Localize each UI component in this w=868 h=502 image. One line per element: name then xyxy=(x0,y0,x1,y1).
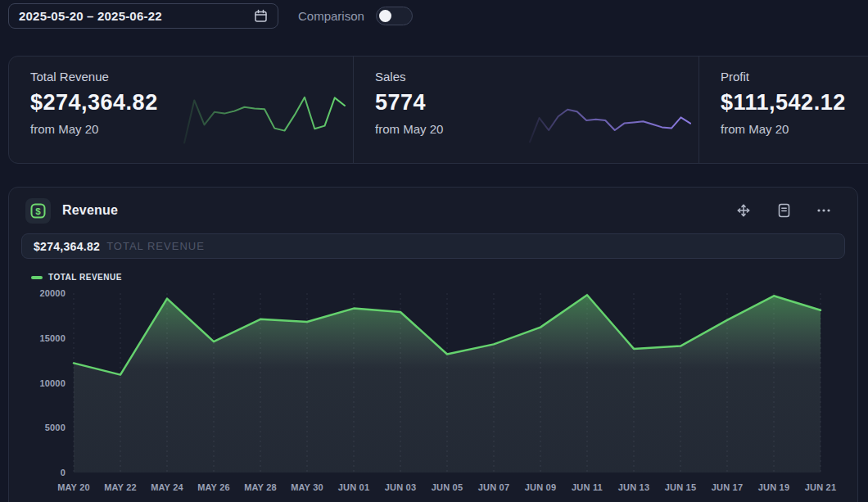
revenue-panel: $ Revenue xyxy=(8,187,858,502)
svg-text:JUN 13: JUN 13 xyxy=(618,482,650,492)
legend-label: TOTAL REVENUE xyxy=(48,273,122,282)
comparison-toggle[interactable] xyxy=(376,7,413,25)
revenue-panel-header: $ Revenue xyxy=(9,188,857,233)
svg-text:JUN 15: JUN 15 xyxy=(665,482,697,492)
chart-legend-total-revenue[interactable]: TOTAL REVENUE xyxy=(31,273,857,282)
document-icon[interactable] xyxy=(776,203,791,218)
svg-text:MAY 20: MAY 20 xyxy=(57,482,90,492)
svg-text:MAY 26: MAY 26 xyxy=(197,482,230,492)
stat-title: Profit xyxy=(721,70,868,84)
svg-text:JUN 05: JUN 05 xyxy=(432,482,463,492)
svg-text:5000: 5000 xyxy=(45,423,66,432)
summary-label: TOTAL REVENUE xyxy=(106,240,205,252)
date-range-value: 2025-05-20 – 2025-06-22 xyxy=(19,9,254,23)
svg-text:JUN 01: JUN 01 xyxy=(338,482,370,492)
revenue-chart-svg[interactable]: MAY 20MAY 22MAY 24MAY 26MAY 28MAY 30JUN … xyxy=(25,285,852,502)
svg-text:10000: 10000 xyxy=(39,378,66,388)
stat-title: Total Revenue xyxy=(30,70,353,84)
x-axis-labels: MAY 20MAY 22MAY 24MAY 26MAY 28MAY 30JUN … xyxy=(57,482,836,492)
total-revenue-summary[interactable]: $274,364.82 TOTAL REVENUE xyxy=(21,233,845,259)
stat-title: Sales xyxy=(375,70,698,84)
y-axis-labels: 05000100001500020000 xyxy=(39,288,66,477)
revenue-area-fill xyxy=(74,295,821,473)
chart-area: MAY 20MAY 22MAY 24MAY 26MAY 28MAY 30JUN … xyxy=(25,285,857,502)
date-range-picker[interactable]: 2025-05-20 – 2025-06-22 xyxy=(8,3,278,29)
move-icon[interactable] xyxy=(736,203,751,218)
panel-title: Revenue xyxy=(62,203,118,218)
svg-text:JUN 17: JUN 17 xyxy=(712,482,744,492)
stats-panel: Total Revenue $274,364.82 from May 20 Sa… xyxy=(8,56,868,164)
ellipsis-icon[interactable] xyxy=(816,203,831,218)
stat-subtitle: from May 20 xyxy=(721,122,868,136)
svg-text:JUN 11: JUN 11 xyxy=(572,482,603,492)
panel-toolbar xyxy=(736,203,841,218)
stat-card-total-revenue: Total Revenue $274,364.82 from May 20 xyxy=(9,57,353,163)
stat-card-sales: Sales 5774 from May 20 xyxy=(353,57,698,163)
svg-text:MAY 28: MAY 28 xyxy=(244,482,277,492)
summary-value: $274,364.82 xyxy=(34,240,100,253)
svg-text:MAY 22: MAY 22 xyxy=(104,482,137,492)
stat-card-profit: Profit $111,542.12 from May 20 xyxy=(698,57,868,163)
svg-text:JUN 03: JUN 03 xyxy=(385,482,417,492)
calendar-icon xyxy=(254,9,268,23)
comparison-label: Comparison xyxy=(298,9,364,23)
svg-text:15000: 15000 xyxy=(39,333,66,343)
svg-text:20000: 20000 xyxy=(39,288,66,298)
svg-text:JUN 21: JUN 21 xyxy=(805,482,837,492)
stat-value: $111,542.12 xyxy=(721,90,868,115)
revenue-sparkline xyxy=(183,88,346,149)
svg-text:0: 0 xyxy=(61,468,66,477)
toggle-knob xyxy=(379,10,391,22)
legend-swatch xyxy=(31,276,43,279)
top-bar: 2025-05-20 – 2025-06-22 Comparison xyxy=(8,3,413,29)
svg-text:MAY 30: MAY 30 xyxy=(291,482,323,492)
svg-text:MAY 24: MAY 24 xyxy=(151,482,183,492)
svg-text:JUN 19: JUN 19 xyxy=(758,482,790,492)
dollar-icon: $ xyxy=(25,198,51,224)
svg-text:$: $ xyxy=(35,206,41,215)
sales-sparkline xyxy=(528,88,692,149)
svg-text:JUN 09: JUN 09 xyxy=(525,482,557,492)
svg-text:JUN 07: JUN 07 xyxy=(478,482,510,492)
